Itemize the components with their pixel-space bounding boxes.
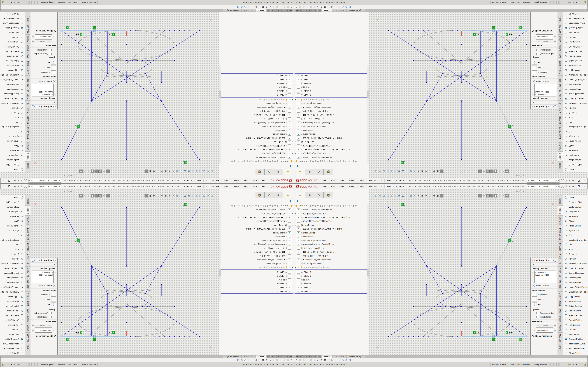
tree-root[interactable]: ⬗ TЯPDL2. ◉ ƷƐ ◉ Ш ◉ ◎ ◉ ✚ ◉ ƆƆ ◉ ƷƐ ◉ ∙… (221, 204, 294, 208)
bottom-tool-icon[interactable]: ⋮ (251, 359, 253, 361)
tool-menu-item[interactable]: ⇱ Stretch Entities (563, 313, 588, 318)
tab-scroll-button[interactable]: ▶ (314, 355, 318, 358)
tool-menu-item[interactable]: ❖ Circular Sketch Pattern (563, 73, 588, 78)
relation-button[interactable]: ⚓ (532, 302, 537, 306)
command-tab[interactable]: Evaluate (25, 115, 30, 125)
tool-menu-item[interactable]: ⌢ 3 Point Arc (0, 148, 25, 153)
view-tool-icon[interactable]: ◌ (513, 169, 517, 173)
search-input[interactable]: Search CAD Models (530, 185, 555, 188)
view-tool-icon[interactable]: ✂ (424, 194, 428, 198)
tree-row[interactable]: ▱ ○∙⊙✚○※⊙Π○◎○Π⊙※○✚⊙∙○ (221, 109, 294, 113)
bottom-tool-icon[interactable]: ≡ (266, 6, 267, 8)
close-button[interactable]: ✕ (3, 185, 5, 188)
mdi-button[interactable]: ✕ (523, 190, 524, 192)
tree-row[interactable]: ⌐ (-) Sketch4 (221, 78, 294, 82)
tree-row[interactable]: ⚏ Material < not specified > (294, 246, 367, 250)
rollback-bar[interactable] (294, 269, 367, 270)
chevron-down-icon[interactable]: ▾ (558, 186, 559, 187)
tree-row[interactable]: ▱ ○✚ͶN⊙∙○※⊙Π○◎○Π⊙※○∙⊙ͶN✚○ (221, 250, 294, 254)
bottom-tool-icon[interactable]: ◍ (287, 6, 289, 8)
command-tab[interactable]: Mesh Modeling (25, 60, 30, 76)
collapse-chevron-icon[interactable]: ⌃ (555, 320, 556, 322)
expand-arrow-icon[interactable]: ▶ (291, 141, 294, 143)
tool-menu-item[interactable]: ◘ Silhouette Entities (563, 346, 588, 351)
view-tool-icon[interactable]: ✱ (79, 194, 83, 198)
view-tool-icon[interactable]: ╱ (467, 169, 470, 173)
bottom-tool-icon[interactable]: ∟ (255, 359, 257, 361)
search-input[interactable]: Search CAD Models (33, 185, 58, 188)
view-tool-icon[interactable]: ◻ (382, 169, 386, 173)
search-icon[interactable]: ⌕ (30, 179, 33, 182)
view-tool-icon[interactable]: ↩ (440, 194, 443, 198)
tool-menu-item[interactable]: ⠿ Linear Sketch Pattern (563, 285, 588, 289)
account-icon[interactable]: ◦ (561, 179, 564, 182)
view-tool-icon[interactable]: ◆ (494, 169, 497, 173)
bottom-tool-icon[interactable]: ∟ (255, 6, 257, 8)
view-tool-icon[interactable]: ◯ (428, 169, 432, 173)
expand-arrow-icon[interactable]: ▶ (294, 141, 297, 143)
tree-row[interactable]: ⚏ Material < not specified > (294, 117, 367, 121)
confirmation-corner-icon[interactable]: ✕ (33, 161, 36, 165)
view-tool-icon[interactable]: ◓ (83, 169, 87, 173)
tool-menu-item[interactable]: ◌ Perimeter Circle (563, 200, 588, 204)
tree-row[interactable]: ★ ○Ƨ5Ԑ✚◦⊙ΛAΦ○◎○ΦAΛ⊙◦✚Ԑ5Ƨ○ (294, 208, 367, 212)
view-tool-icon[interactable]: ✱ (505, 169, 509, 173)
option-row[interactable]: For construction (32, 53, 52, 55)
tree-root[interactable]: ⬗ TЯPDL2. ◉ ƷƐ ◉ Ш ◉ ◎ ◉ ✚ ◉ ƆƆ ◉ ƷƐ ◉ ∙… (294, 204, 367, 208)
ok-button[interactable]: ✔ (532, 263, 558, 266)
feature-manager-tab[interactable]: ⬗ (295, 192, 305, 198)
sketch-nodes[interactable] (61, 30, 200, 160)
dimxpert-manager-tab[interactable]: ⊕ (264, 192, 274, 198)
tab-scroll-button[interactable]: ◀ (311, 9, 314, 12)
tree-row[interactable]: ▦ ○Ƨ5✚ԐƧ5○ͶN⊙◦✚ƆƆԐͶԐƧ5○◎○5ƧԐͶԐƆƆ✚◦⊙ͶN○ (221, 216, 294, 219)
view-tool-icon[interactable]: ▢ (199, 194, 202, 198)
checkbox[interactable] (536, 53, 539, 55)
tool-menu-item[interactable]: ▭ Corner Rectangle (563, 92, 588, 96)
graphics-viewport[interactable]: 0 ✎ 0 ✎ ≡ 109 ≡ 109 ∕ (369, 12, 558, 178)
bottom-tool-icon[interactable]: ⋮ (335, 359, 337, 361)
bottom-tool-icon[interactable]: ◍ (299, 6, 301, 8)
view-tool-icon[interactable]: ╱ (118, 194, 121, 198)
tool-menu-item[interactable]: ⌒ Centerpoint Arc (0, 204, 25, 209)
tree-row[interactable]: ◧ Solid Bodies (294, 235, 367, 239)
view-tool-icon[interactable]: ◔ (478, 194, 482, 198)
minimize-button[interactable]: ─ (572, 179, 574, 182)
search-box[interactable]: ⬢ Search CAD Models ⌕ ▾ (527, 184, 560, 188)
configuration-manager-tab[interactable]: ≣ (274, 169, 283, 175)
tree-row[interactable]: ✎ ○Ƨ5∙Ո※mA○◎○Am※Ո∙5Ƨ○ (294, 125, 367, 128)
bottom-tool-icon[interactable]: ◶ (244, 6, 246, 8)
tree-row[interactable]: ▶ ▨ ○Ƨ5ԐͶΛAՈ∙○◎○∙ՈAΛͶԐ5Ƨ○ (294, 266, 367, 269)
tree-row[interactable]: ▶ ↺ ○人⊙✚Ƨ5◦○◎○◦5Ƨ✚⊙人○ (294, 151, 367, 155)
tool-menu-item[interactable]: ▪ Point (0, 247, 25, 252)
display-manager-tab[interactable] (324, 192, 333, 198)
tree-row[interactable]: ★ ○Ƨ5Ԑ✚◦⊙ΛAΦ○◎○ΦAΛ⊙◦✚Ԑ5Ƨ○ (221, 208, 294, 212)
checkbox[interactable] (49, 316, 52, 318)
view-tool-icon[interactable]: ◒ (95, 194, 98, 198)
bottom-tool-icon[interactable]: ◔ (339, 359, 340, 361)
view-tool-icon[interactable]: ◼ (148, 169, 152, 173)
view-tool-icon[interactable]: ╱ (118, 169, 121, 173)
display-manager-tab[interactable] (255, 169, 264, 175)
collapse-chevron-icon[interactable]: ⌃ (555, 75, 556, 77)
sketch-canvas[interactable]: 0 ✎ 0 ✎ ≡ 109 ≡ 109 ∕ (369, 189, 558, 355)
tree-row[interactable]: ◔ ○5Ƨ⊙Ƨ5ͶԐ5Ƨ○◎○Ƨ5ԐͶ5Ƨ⊙Ƨ5○ (221, 219, 294, 223)
tree-row[interactable]: ◧ Solid Bodies (221, 235, 294, 239)
expand-chevron-icon[interactable]: ⌄ (555, 30, 556, 32)
tab-scroll-button[interactable]: ▶ (302, 355, 305, 358)
view-tool-icon[interactable]: ◉ (486, 194, 490, 198)
tab-scroll-button[interactable]: ⏮ (295, 9, 299, 12)
rollback-bar[interactable] (221, 269, 294, 270)
tool-menu-item[interactable]: ⬡ Polygon (563, 106, 588, 111)
tree-row[interactable]: ∟ ○ͶN◦϶◦⊙○◎○⊙◦϶◦ͶN○ (294, 262, 367, 266)
command-tab[interactable]: Sheet Metal (558, 101, 563, 114)
account-icon[interactable]: ◦ (24, 185, 27, 188)
tool-menu-item[interactable]: ╱ Line (563, 242, 588, 247)
tool-menu-item[interactable]: ≋ Intersection Curve (0, 21, 25, 26)
tool-menu-item[interactable]: ⟲ Rotate Entities (563, 304, 588, 308)
tree-row[interactable]: ▱ ○∙⊙✚○※⊙Π○◎○Π⊙※○✚⊙∙○ (294, 254, 367, 258)
tool-menu-item[interactable]: ⧉ Mirror Entities (563, 280, 588, 285)
tree-row[interactable]: ∟ ○ͶN◦϶◦⊙○◎○⊙◦϶◦ͶN○ (294, 101, 367, 105)
view-tool-icon[interactable]: ◫ (374, 194, 378, 198)
tool-menu-item[interactable]: ⤢ Scale Entities (563, 54, 588, 59)
tree-row[interactable]: ⚏ Material < not specified > (221, 117, 294, 121)
